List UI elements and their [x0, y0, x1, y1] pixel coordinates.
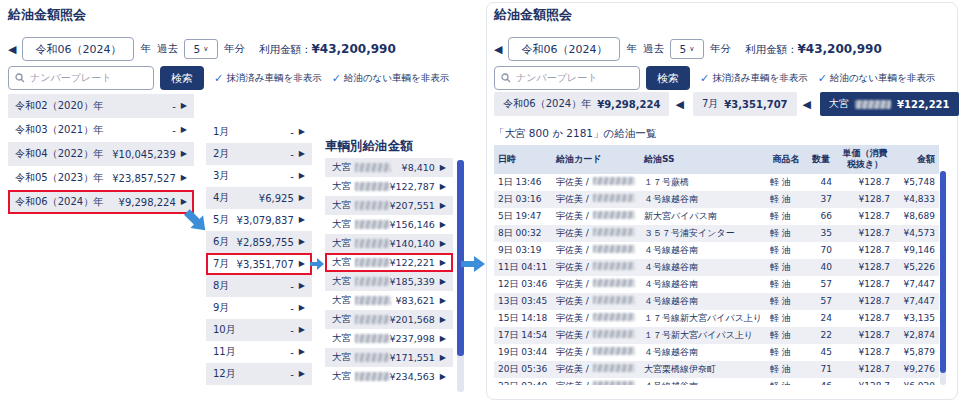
collapse-left-icon[interactable]: ◀ [675, 99, 683, 110]
month-row[interactable]: 3月 - ▶ [206, 165, 312, 187]
drill-right-icon[interactable]: ▶ [440, 259, 446, 267]
month-row[interactable]: 9月 - ▶ [206, 297, 312, 319]
fuel-record-row[interactable]: 19日 03:44 宇佐美 / ４号線越谷南 軽 油 45 ¥128.7 ¥5,… [494, 344, 939, 361]
drill-right-icon[interactable]: ▶ [181, 198, 187, 206]
month-row[interactable]: 12月 - ▶ [206, 363, 312, 385]
prev-year-icon[interactable]: ◀ [494, 44, 502, 55]
vehicle-row[interactable]: 大宮 ¥83,621 ▶ [325, 291, 453, 310]
past-years-select[interactable]: 5 ∨ [184, 39, 218, 59]
drill-right-icon[interactable]: ▶ [181, 174, 187, 182]
fuel-record-row[interactable]: 11日 04:11 宇佐美 / ４号線越谷南 軽 油 40 ¥128.7 ¥5,… [494, 259, 939, 276]
breadcrumb-chip[interactable]: 令和06（2024）年¥9,298,224 [494, 92, 669, 116]
month-row[interactable]: 11月 - ▶ [206, 341, 312, 363]
drill-right-icon[interactable]: ▶ [299, 128, 305, 136]
month-label: 12月 [213, 367, 236, 381]
drill-right-icon[interactable]: ▶ [181, 102, 187, 110]
vehicle-row[interactable]: 大宮 ¥237,998 ▶ [325, 329, 453, 348]
drill-right-icon[interactable]: ▶ [299, 370, 305, 378]
month-row[interactable]: 5月 ¥3,079,837 ▶ [206, 209, 312, 231]
filter-hide-deregistered[interactable]: ✓ 抹消済み車輌を非表示 [700, 72, 808, 85]
era-year-display[interactable]: 令和06（2024） [508, 37, 620, 61]
search-button[interactable]: 検索 [646, 66, 690, 90]
drill-right-icon[interactable]: ▶ [299, 326, 305, 334]
drill-right-icon[interactable]: ▶ [440, 164, 446, 172]
fuel-record-row[interactable]: 12日 03:46 宇佐美 / ４号線越谷南 軽 油 57 ¥128.7 ¥7,… [494, 276, 939, 293]
collapse-left-icon[interactable]: ◀ [803, 99, 811, 110]
drill-right-icon[interactable]: ▶ [440, 335, 446, 343]
card-issuer: 宇佐美 / [556, 347, 589, 357]
month-row[interactable]: 8月 - ▶ [206, 275, 312, 297]
drill-right-icon[interactable]: ▶ [440, 354, 446, 362]
era-year-display[interactable]: 令和06（2024） [22, 37, 134, 61]
vehicle-row[interactable]: 大宮 ¥185,339 ▶ [325, 272, 453, 291]
vehicle-list-scrollbar[interactable] [457, 160, 464, 392]
vehicle-row[interactable]: 大宮 ¥156,146 ▶ [325, 215, 453, 234]
drill-right-icon[interactable]: ▶ [299, 216, 305, 224]
breadcrumb-chip[interactable]: 大宮¥122,221 [820, 92, 959, 116]
month-row[interactable]: 4月 ¥6,925 ▶ [206, 187, 312, 209]
fuel-record-row[interactable]: 13日 03:45 宇佐美 / ４号線越谷南 軽 油 57 ¥128.7 ¥7,… [494, 293, 939, 310]
fuel-record-row[interactable]: 5日 19:47 宇佐美 / 新大宮バイパス南 軽 油 66 ¥128.7 ¥8… [494, 208, 939, 225]
fuel-record-row[interactable]: 8日 00:32 宇佐美 / ３５７号浦安インター 軽 油 35 ¥128.7 … [494, 225, 939, 242]
drill-right-icon[interactable]: ▶ [440, 202, 446, 210]
prev-year-icon[interactable]: ◀ [8, 44, 16, 55]
search-input[interactable]: ナンバープレート [8, 66, 154, 90]
drill-right-icon[interactable]: ▶ [440, 297, 446, 305]
drill-right-icon[interactable]: ▶ [299, 150, 305, 158]
filter-hide-nofuel[interactable]: ✓ 給油のない車輌を非表示 [818, 72, 936, 85]
vehicle-row[interactable]: 大宮 ¥234,563 ▶ [325, 367, 453, 386]
filter-hide-nofuel[interactable]: ✓ 給油のない車輌を非表示 [332, 72, 450, 85]
past-years-select[interactable]: 5 ∨ [670, 39, 704, 59]
fuel-record-row[interactable]: 20日 05:36 宇佐美 / 大宮栗橋線伊奈町 軽 油 71 ¥128.7 ¥… [494, 361, 939, 378]
drill-right-icon[interactable]: ▶ [299, 238, 305, 246]
fuel-record-row[interactable]: 1日 13:46 宇佐美 / １７号蕨橋 軽 油 44 ¥128.7 ¥5,74… [494, 174, 939, 191]
record-card: 宇佐美 / [552, 276, 640, 293]
year-row[interactable]: 令和05（2023）年 ¥23,857,527 ▶ [8, 166, 194, 190]
fuel-record-row[interactable]: 22日 03:40 宇佐美 / ４号線越谷南 軽 油 46 ¥128.7 ¥6,… [494, 378, 939, 386]
month-row[interactable]: 10月 - ▶ [206, 319, 312, 341]
month-row[interactable]: 1月 - ▶ [206, 121, 312, 143]
drill-right-icon[interactable]: ▶ [440, 373, 446, 381]
record-station: ４号線越谷南 [640, 276, 766, 293]
drill-right-icon[interactable]: ▶ [440, 278, 446, 286]
month-row[interactable]: 2月 - ▶ [206, 143, 312, 165]
drill-right-icon[interactable]: ▶ [440, 316, 446, 324]
drill-right-icon[interactable]: ▶ [440, 240, 446, 248]
year-row[interactable]: 令和02（2020）年 - ▶ [8, 94, 194, 118]
drill-right-icon[interactable]: ▶ [299, 348, 305, 356]
fuel-record-row[interactable]: 15日 14:18 宇佐美 / １７号線新大宮バイパス上り 軽 油 24 ¥12… [494, 310, 939, 327]
fuel-record-row[interactable]: 2日 03:16 宇佐美 / ４号線越谷南 軽 油 37 ¥128.7 ¥4,8… [494, 191, 939, 208]
vehicle-row[interactable]: 大宮 ¥201,568 ▶ [325, 310, 453, 329]
fuel-record-row[interactable]: 9日 03:19 宇佐美 / ４号線越谷南 軽 油 70 ¥128.7 ¥9,1… [494, 242, 939, 259]
drill-right-icon[interactable]: ▶ [299, 172, 305, 180]
breadcrumb-chip[interactable]: 7月¥3,351,707 [693, 92, 797, 116]
search-input[interactable]: ナンバープレート [494, 66, 640, 90]
filter-hide-deregistered[interactable]: ✓ 抹消済み車輌を非表示 [214, 72, 322, 85]
table-scrollbar[interactable] [940, 171, 946, 385]
year-row[interactable]: 令和06（2024）年 ¥9,298,224 ▶ [8, 190, 194, 214]
drill-right-icon[interactable]: ▶ [181, 126, 187, 134]
record-datetime: 2日 03:16 [494, 191, 552, 208]
vehicle-row[interactable]: 大宮 ¥122,787 ▶ [325, 177, 453, 196]
vehicle-row[interactable]: 大宮 ¥140,140 ▶ [325, 234, 453, 253]
record-station: １７号蕨橋 [640, 174, 766, 191]
month-row[interactable]: 7月 ¥3,351,707 ▶ [206, 253, 312, 275]
drill-right-icon[interactable]: ▶ [299, 304, 305, 312]
search-button[interactable]: 検索 [160, 66, 204, 90]
drill-right-icon[interactable]: ▶ [440, 183, 446, 191]
drill-right-icon[interactable]: ▶ [299, 260, 305, 268]
year-row[interactable]: 令和03（2021）年 - ▶ [8, 118, 194, 142]
drill-right-icon[interactable]: ▶ [440, 221, 446, 229]
fuel-record-row[interactable]: 17日 14:54 宇佐美 / １７号新大宮バイパス上り 軽 油 22 ¥128… [494, 327, 939, 344]
drill-right-icon[interactable]: ▶ [181, 150, 187, 158]
vehicle-row[interactable]: 大宮 ¥122,221 ▶ [325, 253, 453, 272]
vehicle-row[interactable]: 大宮 ¥207,551 ▶ [325, 196, 453, 215]
vehicle-row[interactable]: 大宮 ¥171,551 ▶ [325, 348, 453, 367]
drill-right-icon[interactable]: ▶ [299, 282, 305, 290]
month-row[interactable]: 6月 ¥2,859,755 ▶ [206, 231, 312, 253]
vehicle-row[interactable]: 大宮 ¥8,410 ▶ [325, 158, 453, 177]
scrollbar-thumb[interactable] [940, 171, 946, 373]
month-label: 6月 [213, 235, 229, 249]
year-row[interactable]: 令和04（2022）年 ¥10,045,239 ▶ [8, 142, 194, 166]
drill-right-icon[interactable]: ▶ [299, 194, 305, 202]
